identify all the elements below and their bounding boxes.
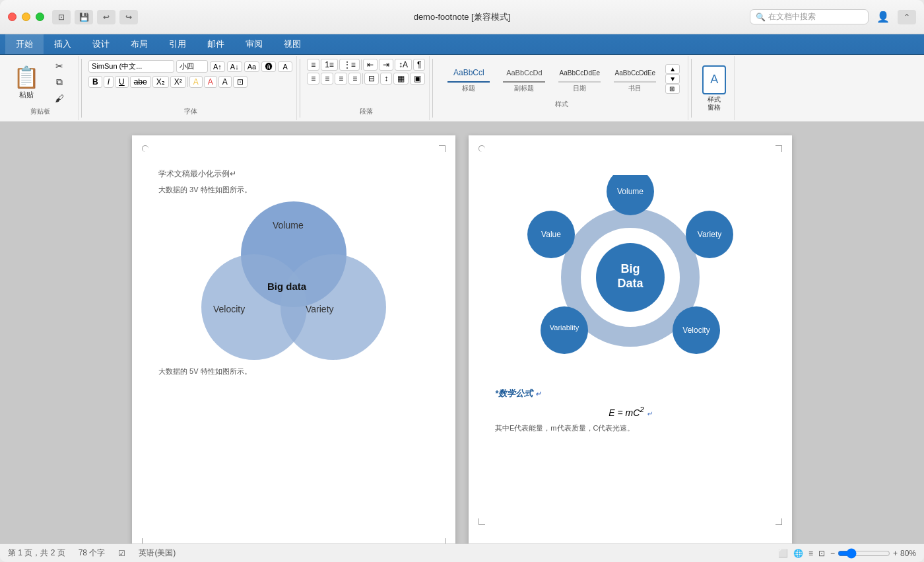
text-shading-button[interactable]: A: [218, 76, 232, 88]
change-case-button[interactable]: Aa: [244, 61, 259, 72]
decrease-indent-button[interactable]: ⇤: [363, 59, 378, 71]
svg-text:Variety: Variety: [698, 230, 721, 239]
sort-button[interactable]: ↕A: [395, 59, 412, 71]
borders-button[interactable]: ▣: [410, 73, 425, 85]
circular-svg: Big Data Volume Variety Velocity Variabl…: [518, 175, 742, 380]
sep4: [691, 59, 692, 118]
page-2: Big Data Volume Variety Velocity Variabl…: [469, 135, 792, 544]
font-size-select[interactable]: 小四: [176, 60, 208, 73]
style-bibliography-label: 书目: [628, 84, 642, 93]
multilevel-button[interactable]: ⋮≡: [339, 59, 360, 71]
italic-button[interactable]: I: [104, 76, 114, 88]
align-left-button[interactable]: ≡: [307, 73, 319, 85]
text-color-button[interactable]: A: [204, 76, 217, 88]
svg-text:Volume: Volume: [617, 187, 644, 196]
zoom-out-button[interactable]: −: [830, 549, 835, 558]
minimize-button[interactable]: [22, 13, 30, 21]
focus-icon[interactable]: ⊡: [818, 549, 825, 558]
venn-label-variety: Variety: [306, 304, 334, 314]
strikethrough-button[interactable]: abe: [130, 76, 151, 88]
statusbar-right: ⬜ 🌐 ≡ ⊡ − + 80%: [778, 548, 916, 559]
window-title: demo-footnote [兼容模式]: [414, 11, 511, 23]
clear-format-button[interactable]: 🅐: [261, 61, 276, 72]
user-icon[interactable]: 👤: [874, 10, 892, 24]
paste-button[interactable]: 📋 粘贴: [8, 62, 45, 102]
bullets-button[interactable]: ≡: [307, 59, 319, 71]
language: 英语(美国): [139, 547, 176, 559]
line-spacing-button[interactable]: ↕: [380, 73, 392, 85]
align-center-button[interactable]: ≡: [321, 73, 333, 85]
tab-mailings[interactable]: 邮件: [197, 34, 235, 54]
word-count: 78 个字: [79, 547, 106, 559]
venn-center-label: Big data: [267, 281, 306, 292]
align-right-button[interactable]: ≡: [335, 73, 347, 85]
zoom-in-button[interactable]: +: [893, 549, 898, 558]
styles-scroll-up[interactable]: ▲: [665, 64, 680, 74]
style-date-label: 日期: [573, 84, 586, 93]
undo-button[interactable]: ↩: [97, 10, 116, 24]
shading-button[interactable]: ▦: [393, 73, 409, 85]
increase-indent-button[interactable]: ⇥: [379, 59, 393, 71]
save-button[interactable]: 💾: [75, 10, 93, 24]
char-border-button[interactable]: ⊡: [233, 76, 248, 88]
style-heading-label: 标题: [462, 84, 475, 93]
svg-text:Value: Value: [541, 230, 561, 239]
page1-caption2: 大数据的 5V 特性如图所示。: [158, 367, 429, 376]
styles-pane-button[interactable]: A 样式窗格: [698, 59, 730, 118]
style-heading[interactable]: AaBbCcl 标题: [442, 61, 495, 96]
zoom-slider[interactable]: [838, 548, 890, 559]
styles-scroll-down[interactable]: ▼: [665, 74, 680, 84]
svg-text:Big: Big: [621, 262, 640, 275]
tab-insert[interactable]: 插入: [44, 34, 82, 54]
svg-text:Variablity: Variablity: [550, 324, 579, 332]
track-changes-icon[interactable]: ☑: [118, 549, 125, 558]
underline-button[interactable]: U: [115, 76, 129, 88]
style-gallery: AaBbCcl 标题 AaBbCcDd 副标题 AaBbCcDdEe 日期 Aa…: [440, 59, 684, 98]
subscript-button[interactable]: X₂: [152, 76, 169, 88]
tab-design[interactable]: 设计: [82, 34, 120, 54]
justify-button[interactable]: ≡: [348, 73, 361, 85]
copy-button[interactable]: ⧉: [46, 75, 73, 90]
format-row: B I U abe X₂ X² A A A ⊡: [88, 76, 292, 88]
clipboard-items: 📋 粘贴 ✂ ⧉ 🖌: [8, 59, 73, 106]
layout-web-icon[interactable]: 🌐: [793, 549, 803, 558]
math-formula: E = mC2 ↵: [495, 405, 766, 418]
cut-button[interactable]: ✂: [46, 59, 73, 73]
corner-tl: [142, 145, 148, 152]
redo-button[interactable]: ↪: [119, 10, 138, 24]
font-name-select[interactable]: SimSun (中文...: [88, 60, 174, 73]
maximize-button[interactable]: [36, 13, 44, 21]
paste-label: 粘贴: [19, 90, 34, 100]
font-grow-button[interactable]: A↑: [210, 61, 225, 72]
page-1: 学术文稿最小化示例↵ 大数据的 3V 特性如图所示。 Volume Veloci…: [132, 135, 455, 544]
style-subtitle[interactable]: AaBbCcDd 副标题: [498, 61, 550, 96]
venn-diagram: Volume Velocity Variety Big data: [195, 201, 393, 360]
text-effect-button[interactable]: A: [278, 61, 292, 72]
sidebar-toggle-button[interactable]: ⊡: [52, 10, 71, 24]
tab-home[interactable]: 开始: [5, 34, 44, 54]
window-controls[interactable]: ⌃: [898, 10, 916, 24]
styles-expand[interactable]: ⊞: [665, 84, 680, 94]
outline-icon[interactable]: ≡: [808, 549, 813, 558]
font-shrink-button[interactable]: A↓: [227, 61, 242, 72]
tab-review[interactable]: 审阅: [235, 34, 273, 54]
superscript-button[interactable]: X²: [170, 76, 186, 88]
tab-references[interactable]: 引用: [158, 34, 197, 54]
page2-corner-bl: [478, 518, 485, 525]
close-button[interactable]: [8, 13, 16, 21]
venn-label-velocity: Velocity: [213, 304, 245, 314]
zoom-controls: − + 80%: [830, 548, 916, 559]
bold-button[interactable]: B: [88, 76, 102, 88]
style-date[interactable]: AaBbCcDdEe 日期: [553, 61, 606, 96]
tab-view[interactable]: 视图: [273, 34, 312, 54]
page1-caption1: 大数据的 3V 特性如图所示。: [158, 185, 429, 195]
format-painter-button[interactable]: 🖌: [46, 91, 73, 106]
columns-button[interactable]: ⊟: [364, 73, 379, 85]
tab-layout[interactable]: 布局: [120, 34, 158, 54]
text-highlight-button[interactable]: A: [189, 76, 203, 88]
search-bar[interactable]: 🔍 在文档中搜索: [750, 9, 869, 24]
show-marks-button[interactable]: ¶: [413, 59, 425, 71]
numbering-button[interactable]: 1≡: [321, 59, 338, 71]
layout-print-icon[interactable]: ⬜: [778, 549, 788, 558]
style-bibliography[interactable]: AaBbCcDdEe 书目: [609, 61, 661, 96]
